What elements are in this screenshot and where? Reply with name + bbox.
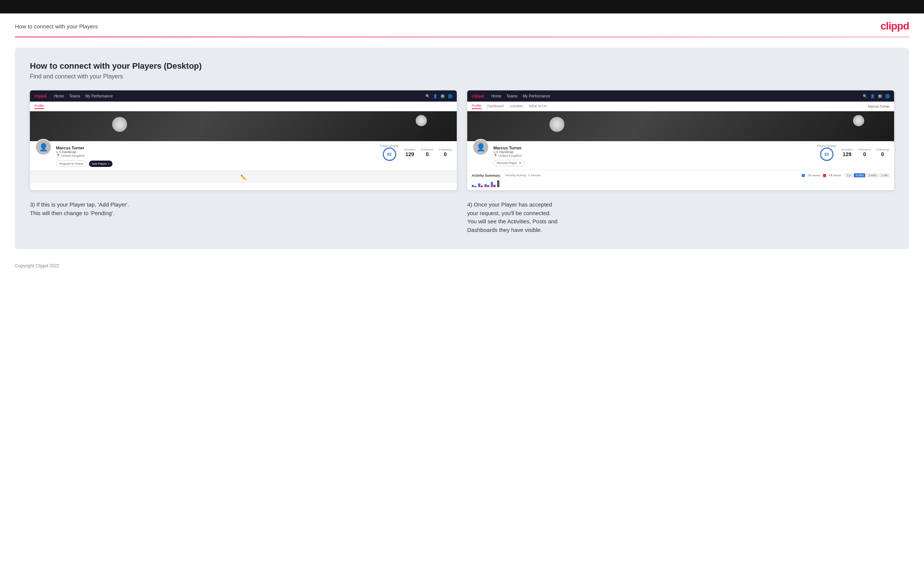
edit-icon-1: ✏️ bbox=[240, 174, 247, 181]
screenshot-2: clippd Home Teams My Performance 🔍 👤 ⚙️ … bbox=[467, 90, 894, 190]
desc-4-text: 4) Once your Player has acceptedyour req… bbox=[467, 201, 894, 234]
chart-group-3 bbox=[485, 184, 489, 187]
app-nav-2: clippd Home Teams My Performance 🔍 👤 ⚙️ … bbox=[467, 90, 894, 102]
avatar-1: 👤 bbox=[35, 139, 52, 155]
globe-icon-1[interactable]: 🌐 bbox=[448, 94, 452, 98]
nav-teams-1[interactable]: Teams bbox=[69, 94, 80, 98]
hero-circle-1 bbox=[112, 117, 127, 132]
legend-dot-off bbox=[823, 174, 826, 177]
app-nav-1: clippd Home Teams My Performance 🔍 👤 ⚙️ … bbox=[30, 90, 457, 102]
time-btn-3mths[interactable]: 3 mths bbox=[866, 173, 878, 177]
screenshots-row: clippd Home Teams My Performance 🔍 👤 ⚙️ … bbox=[30, 90, 894, 190]
nav-icons-2: 🔍 👤 ⚙️ 🌐 bbox=[863, 94, 890, 98]
time-btn-6mths[interactable]: 6 mths bbox=[854, 173, 865, 177]
nav-icons-1: 🔍 👤 ⚙️ 🌐 bbox=[425, 94, 452, 98]
activity-period: Monthly Activity · 6 Months bbox=[506, 174, 541, 177]
activity-header: Activity Summary Monthly Activity · 6 Mo… bbox=[472, 173, 890, 177]
hero-circle-4 bbox=[853, 115, 864, 126]
bar-off-3 bbox=[487, 185, 489, 187]
tab-player-name-2: Marcus Turner bbox=[868, 105, 890, 108]
nav-teams-2[interactable]: Teams bbox=[506, 94, 517, 98]
followers-block-1: Followers 0 bbox=[421, 148, 434, 157]
copyright-text: Copyright Clippd 2022 bbox=[15, 263, 60, 269]
avatar-2: 👤 bbox=[472, 139, 489, 155]
hero-image-1 bbox=[30, 111, 457, 141]
hero-circle-3 bbox=[549, 117, 564, 132]
bar-off-4 bbox=[493, 185, 496, 187]
bar-on-2 bbox=[478, 184, 480, 187]
screenshot-1: clippd Home Teams My Performance 🔍 👤 ⚙️ … bbox=[30, 90, 457, 190]
avatar-icon-1: 👤 bbox=[39, 143, 48, 152]
stats-row-2: Player Quality 92 Activities 129 Followe… bbox=[817, 144, 889, 161]
followers-block-2: Followers 0 bbox=[858, 148, 871, 157]
player-location-2: 📍 United Kingdom bbox=[493, 154, 813, 158]
main-content: How to connect with your Players (Deskto… bbox=[15, 48, 909, 249]
plus-icon-1: + bbox=[108, 162, 110, 166]
bar-dark-5 bbox=[497, 181, 499, 187]
search-icon-2[interactable]: 🔍 bbox=[863, 94, 867, 98]
nav-myperformance-1[interactable]: My Performance bbox=[86, 94, 113, 98]
player-location-1: 📍 United Kingdom bbox=[56, 154, 376, 158]
app-nav-logo-1: clippd bbox=[34, 94, 46, 98]
app-nav-logo-2: clippd bbox=[472, 94, 484, 98]
page-header: How to connect with your Players clippd bbox=[0, 13, 924, 37]
activity-title: Activity Summary bbox=[472, 174, 500, 177]
tab-profile-2[interactable]: Profile bbox=[472, 104, 481, 109]
nav-home-2[interactable]: Home bbox=[491, 94, 501, 98]
legend-dot-on bbox=[802, 174, 805, 177]
search-icon-1[interactable]: 🔍 bbox=[425, 94, 430, 98]
header-divider bbox=[15, 37, 909, 37]
tab-profile-1[interactable]: Profile bbox=[34, 104, 44, 109]
activities-block-1: Activities 129 bbox=[404, 148, 416, 157]
tab-bar-2: Profile Dashboard Activities What To On … bbox=[467, 102, 894, 111]
following-block-2: Following 0 bbox=[876, 148, 889, 157]
hero-circle-2 bbox=[416, 115, 427, 126]
stats-row-1: Player Quality 92 Activities 129 Followe… bbox=[380, 144, 452, 161]
time-btn-1mth[interactable]: 1 mth bbox=[879, 173, 890, 177]
bar-on-3 bbox=[485, 184, 487, 187]
nav-home-1[interactable]: Home bbox=[54, 94, 64, 98]
remove-player-btn[interactable]: Remove Player ✕ bbox=[493, 160, 525, 166]
description-4: 4) Once your Player has acceptedyour req… bbox=[467, 201, 894, 234]
profile-section-2: 👤 Marcus Turner 1-5 Handicap 📍 United Ki… bbox=[467, 141, 894, 170]
clippd-logo: clippd bbox=[880, 20, 909, 32]
section-title: How to connect with your Players (Deskto… bbox=[30, 61, 894, 71]
player-handicap-1: 1-5 Handicap bbox=[56, 150, 376, 154]
profile-info-1: Marcus Turner 1-5 Handicap 📍 United King… bbox=[56, 144, 376, 167]
tab-what-to-on-2[interactable]: What To On bbox=[529, 104, 546, 109]
settings-icon-2[interactable]: ⚙️ bbox=[878, 94, 882, 98]
settings-icon-1[interactable]: ⚙️ bbox=[440, 94, 445, 98]
profile-row-1: 👤 Marcus Turner 1-5 Handicap 📍 United Ki… bbox=[35, 144, 452, 167]
avatar-icon-2: 👤 bbox=[476, 143, 486, 152]
section-subtitle: Find and connect with your Players bbox=[30, 73, 894, 80]
player-name-2: Marcus Turner bbox=[493, 146, 813, 150]
profile-info-2: Marcus Turner 1-5 Handicap 📍 United King… bbox=[493, 144, 813, 166]
globe-icon-2[interactable]: 🌐 bbox=[885, 94, 890, 98]
chart-group-4 bbox=[491, 182, 496, 187]
tab-activities-2[interactable]: Activities bbox=[510, 104, 523, 109]
chart-group-5 bbox=[497, 181, 499, 187]
descriptions-row: 3) If this is your Player tap, 'Add Play… bbox=[30, 201, 894, 234]
user-icon-1[interactable]: 👤 bbox=[433, 94, 437, 98]
chart-group-1 bbox=[472, 185, 477, 187]
activity-legend: On course Off course bbox=[802, 174, 841, 177]
legend-on-course: On course bbox=[808, 174, 820, 177]
nav-myperformance-2[interactable]: My Performance bbox=[523, 94, 550, 98]
tab-dashboard-2[interactable]: Dashboard bbox=[488, 104, 504, 109]
breadcrumb: How to connect with your Players bbox=[15, 23, 98, 29]
profile-row-2: 👤 Marcus Turner 1-5 Handicap 📍 United Ki… bbox=[472, 144, 889, 166]
add-player-btn[interactable]: Add Player + bbox=[89, 161, 113, 167]
bar-off-2 bbox=[481, 185, 483, 187]
chart-bars bbox=[472, 180, 890, 187]
screenshot-bottom-1: ✏️ bbox=[30, 171, 457, 184]
action-buttons-1: Request to Follow Add Player + bbox=[56, 161, 376, 167]
tab-bar-1: Profile bbox=[30, 102, 457, 111]
chart-group-2 bbox=[478, 184, 483, 187]
quality-circle-1: 92 bbox=[383, 148, 396, 161]
time-btn-1yr[interactable]: 1 yr bbox=[845, 173, 853, 177]
request-follow-btn[interactable]: Request to Follow bbox=[56, 161, 87, 167]
player-quality-block-1: Player Quality 92 bbox=[380, 144, 399, 161]
location-icon-1: 📍 bbox=[56, 154, 60, 158]
user-icon-2[interactable]: 👤 bbox=[870, 94, 875, 98]
profile-section-1: 👤 Marcus Turner 1-5 Handicap 📍 United Ki… bbox=[30, 141, 457, 171]
